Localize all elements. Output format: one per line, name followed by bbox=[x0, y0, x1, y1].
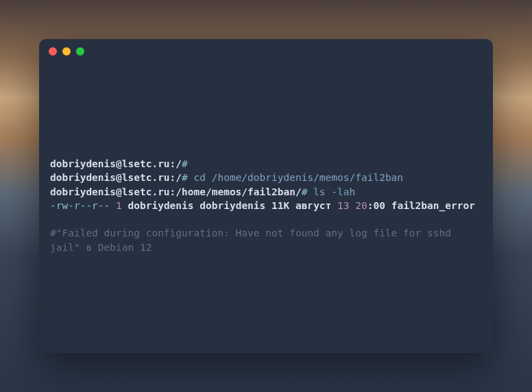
prompt-text: dobriydenis@lsetc.ru:/ bbox=[50, 158, 182, 169]
command-text: cd /home/dobriydenis/memos/fail2ban bbox=[188, 172, 403, 183]
file-time-hour: 20 bbox=[350, 200, 367, 211]
file-name: fail2ban_error bbox=[385, 200, 475, 211]
prompt-text: dobriydenis@lsetc.ru:/ bbox=[50, 172, 182, 183]
terminal-line: dobriydenis@lsetc.ru:/# bbox=[50, 157, 482, 171]
terminal-line: -rw-r--r-- 1 dobriydenis dobriydenis 11K… bbox=[50, 199, 482, 212]
comment-text: #"Failed during configuration: Have not … bbox=[50, 228, 457, 252]
file-size: 11K bbox=[265, 200, 289, 211]
file-permissions: -rw-r--r-- bbox=[50, 200, 110, 211]
hash-symbol: # bbox=[182, 158, 188, 169]
command-text: ls -lah bbox=[307, 186, 355, 197]
maximize-icon[interactable] bbox=[76, 47, 84, 56]
close-icon[interactable] bbox=[49, 47, 57, 56]
blank-line bbox=[50, 212, 482, 226]
file-month: август bbox=[289, 200, 331, 211]
window-titlebar bbox=[39, 39, 493, 64]
terminal-content[interactable]: dobriydenis@lsetc.ru:/#dobriydenis@lsetc… bbox=[39, 64, 493, 353]
hash-symbol: # bbox=[182, 172, 188, 183]
link-count: 1 bbox=[110, 200, 121, 211]
prompt-text: dobriydenis@lsetc.ru:/home/memos/fail2ba… bbox=[50, 186, 302, 197]
file-date: 13 bbox=[331, 200, 349, 211]
terminal-line: #"Failed during configuration: Have not … bbox=[50, 226, 482, 254]
owner-group: dobriydenis dobriydenis bbox=[122, 200, 266, 211]
terminal-line: dobriydenis@lsetc.ru:/home/memos/fail2ba… bbox=[50, 185, 482, 199]
minimize-icon[interactable] bbox=[62, 47, 71, 56]
file-time-min: 00 bbox=[373, 200, 385, 211]
terminal-window: dobriydenis@lsetc.ru:/#dobriydenis@lsetc… bbox=[39, 39, 493, 353]
terminal-line: dobriydenis@lsetc.ru:/# cd /home/dobriyd… bbox=[50, 171, 482, 184]
